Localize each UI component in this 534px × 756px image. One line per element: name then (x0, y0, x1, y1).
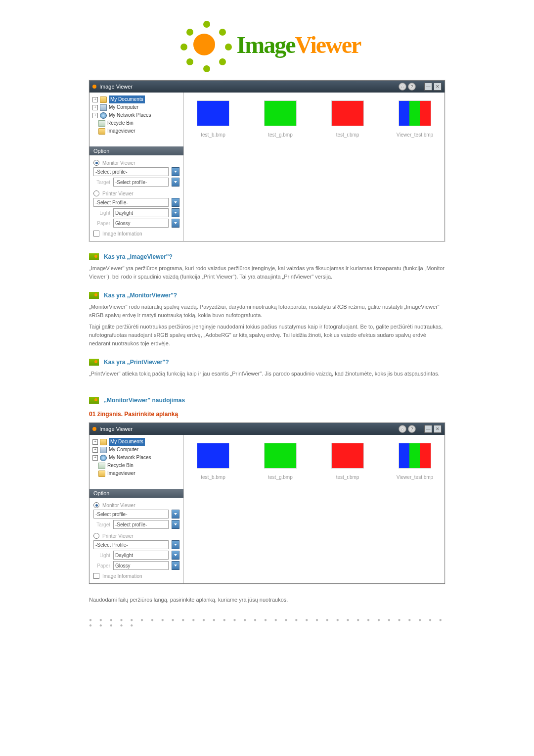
help-button[interactable]: ? (408, 83, 416, 91)
recycle-bin-icon (98, 120, 105, 127)
tree-item-imageviewer[interactable]: Imageviewer (91, 127, 181, 135)
checkbox-image-info[interactable] (93, 573, 99, 579)
sidebar: + My Documents + My Computer + My Networ… (89, 435, 184, 583)
tree-item-my-computer[interactable]: + My Computer (91, 446, 181, 454)
thumbnail-area: test_b.bmp test_g.bmp test_r.bmp Viewer_… (184, 435, 445, 583)
sidebar: + My Documents + My Computer + My Networ… (89, 93, 184, 241)
printer-viewer-radio-row[interactable]: Printer Viewer (93, 190, 179, 196)
heading-text: Kas yra „ImageViewer"? (104, 253, 173, 260)
light-select[interactable]: Daylight (113, 551, 169, 560)
thumb-caption: test_r.bmp (320, 474, 375, 480)
printer-profile-select[interactable]: -Select Profile- (93, 198, 169, 207)
thumb-item[interactable]: test_g.bmp (253, 440, 308, 480)
paper-label: Paper (93, 221, 110, 226)
paper-select[interactable]: Glossy (113, 561, 169, 570)
app-icon (92, 427, 96, 431)
radio-printer-viewer[interactable] (93, 533, 99, 539)
help-button[interactable]: ? (408, 425, 416, 433)
chevron-down-icon[interactable] (172, 167, 179, 176)
heading-text: Kas yra „MonitorViewer"? (104, 292, 177, 299)
thumb-caption: test_g.bmp (253, 132, 308, 138)
expand-icon[interactable]: + (92, 439, 98, 445)
thumb-item[interactable]: test_r.bmp (320, 440, 375, 480)
profile-select[interactable]: -Select profile- (93, 510, 169, 519)
close-button[interactable]: ✕ (434, 83, 442, 91)
section-heading: Kas yra „PrintViewer"? (89, 359, 445, 366)
home-button[interactable]: ⌂ (399, 83, 406, 91)
paper-select[interactable]: Glossy (113, 219, 169, 228)
home-button[interactable]: ⌂ (399, 425, 406, 433)
expand-icon[interactable]: + (92, 97, 98, 102)
expand-icon[interactable]: + (92, 447, 98, 453)
bullet-icon (89, 359, 99, 366)
tree-item-network[interactable]: + My Network Places (91, 111, 181, 119)
thumb-item[interactable]: test_g.bmp (253, 97, 308, 138)
thumb-item[interactable]: test_b.bmp (186, 440, 240, 480)
tree-item-network[interactable]: + My Network Places (91, 454, 181, 462)
titlebar: Image Viewer ⌂ ? — ✕ (89, 423, 445, 435)
thumb-caption: Viewer_test.bmp (388, 474, 442, 480)
chevron-down-icon[interactable] (172, 198, 179, 207)
image-info-check-row[interactable]: Image Information (93, 231, 179, 236)
thumbnail-icon (331, 100, 364, 126)
image-info-label: Image Information (102, 231, 142, 236)
thumbnail-icon (264, 443, 297, 469)
expand-icon[interactable]: + (92, 113, 98, 118)
target-label: Target (93, 522, 110, 527)
bullet-icon (89, 253, 99, 260)
chevron-down-icon[interactable] (172, 520, 179, 529)
chevron-down-icon[interactable] (172, 178, 179, 187)
thumb-item[interactable]: test_r.bmp (320, 97, 375, 138)
chevron-down-icon[interactable] (172, 219, 179, 228)
thumb-caption: test_g.bmp (253, 474, 308, 480)
thumb-item[interactable]: Viewer_test.bmp (388, 440, 442, 480)
thumbnail-area: test_b.bmp test_g.bmp test_r.bmp Viewer_… (184, 93, 445, 241)
tree-item-recycle-bin[interactable]: Recycle Bin (91, 119, 181, 127)
option-panel: Monitor Viewer -Select profile- Target -… (89, 498, 183, 583)
chevron-down-icon[interactable] (172, 561, 179, 570)
heading-text: Kas yra „PrintViewer"? (104, 359, 169, 366)
radio-monitor-viewer[interactable] (93, 160, 99, 166)
chevron-down-icon[interactable] (172, 208, 179, 217)
close-button[interactable]: ✕ (434, 425, 442, 433)
chevron-down-icon[interactable] (172, 540, 179, 549)
minimize-button[interactable]: — (424, 83, 432, 91)
tree-item-recycle-bin[interactable]: Recycle Bin (91, 462, 181, 470)
thumb-item[interactable]: test_b.bmp (186, 97, 240, 138)
printer-profile-select[interactable]: -Select Profile- (93, 540, 169, 549)
light-label: Light (93, 210, 110, 216)
thumbnail-icon (197, 100, 229, 126)
radio-printer-viewer[interactable] (93, 190, 99, 196)
paragraph: Taigi galite peržiūrėti nuotraukas perži… (89, 323, 445, 348)
logo-mark-icon (174, 20, 233, 69)
printer-viewer-label: Printer Viewer (102, 533, 134, 539)
tree-item-my-documents[interactable]: + My Documents (91, 438, 181, 446)
light-select[interactable]: Daylight (113, 208, 169, 217)
chevron-down-icon[interactable] (172, 510, 179, 519)
expand-icon[interactable]: + (92, 455, 98, 461)
section-heading: „MonitorViewer" naudojimas (89, 397, 445, 404)
image-info-check-row[interactable]: Image Information (93, 573, 179, 579)
tree-item-my-documents[interactable]: + My Documents (91, 95, 181, 103)
folder-tree: + My Documents + My Computer + My Networ… (89, 93, 183, 138)
monitor-viewer-label: Monitor Viewer (102, 503, 135, 508)
expand-icon[interactable]: + (92, 105, 98, 110)
printer-viewer-radio-row[interactable]: Printer Viewer (93, 533, 179, 539)
minimize-button[interactable]: — (424, 425, 432, 433)
thumbnail-icon (197, 443, 229, 469)
target-select[interactable]: -Select profile- (113, 178, 169, 187)
monitor-viewer-radio-row[interactable]: Monitor Viewer (93, 502, 179, 508)
chevron-down-icon[interactable] (172, 551, 179, 560)
tree-item-imageviewer[interactable]: Imageviewer (91, 470, 181, 477)
monitor-viewer-radio-row[interactable]: Monitor Viewer (93, 160, 179, 166)
thumb-item[interactable]: Viewer_test.bmp (388, 97, 442, 138)
checkbox-image-info[interactable] (93, 231, 99, 236)
thumb-caption: test_b.bmp (186, 474, 240, 480)
titlebar: Image Viewer ⌂ ? — ✕ (89, 81, 445, 93)
section-heading: Kas yra „MonitorViewer"? (89, 292, 445, 299)
radio-monitor-viewer[interactable] (93, 502, 99, 508)
target-select[interactable]: -Select profile- (113, 520, 169, 529)
tree-item-my-computer[interactable]: + My Computer (91, 103, 181, 111)
folder-icon (100, 96, 107, 103)
profile-select[interactable]: -Select profile- (93, 167, 169, 176)
